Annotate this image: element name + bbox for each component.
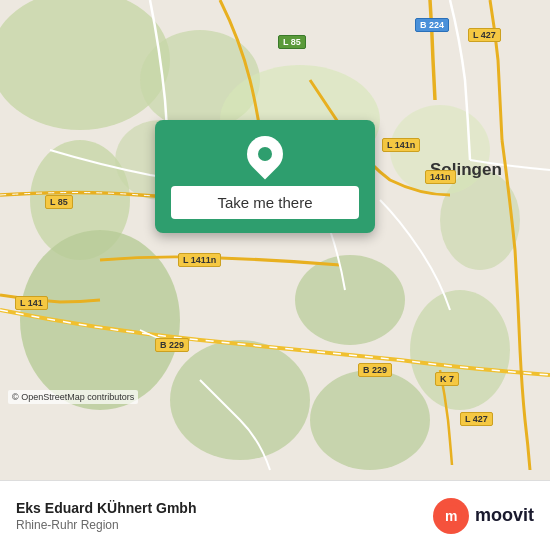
map-container: Solingen B 224 L 85 L 427 L 141n 141n L …: [0, 0, 550, 480]
popup-card: Take me there: [155, 120, 375, 233]
take-me-there-button[interactable]: Take me there: [171, 186, 359, 219]
road-label-l1411n: L 1411n: [178, 253, 221, 267]
bottom-bar: Eks Eduard KÜhnert Gmbh Rhine-Ruhr Regio…: [0, 480, 550, 550]
svg-point-6: [310, 370, 430, 470]
svg-point-7: [410, 290, 510, 410]
road-label-l141: L 141: [15, 296, 48, 310]
location-pin-icon: [240, 129, 291, 180]
location-title: Eks Eduard KÜhnert Gmbh: [16, 500, 196, 516]
road-label-141n-2: 141n: [425, 170, 456, 184]
svg-text:m: m: [445, 508, 457, 524]
bottom-text: Eks Eduard KÜhnert Gmbh Rhine-Ruhr Regio…: [16, 500, 196, 532]
svg-point-9: [295, 255, 405, 345]
road-label-b229-1: B 229: [155, 338, 189, 352]
road-label-b229-2: B 229: [358, 363, 392, 377]
location-subtitle: Rhine-Ruhr Region: [16, 518, 196, 532]
svg-point-5: [170, 340, 310, 460]
road-label-l85-left: L 85: [45, 195, 73, 209]
road-label-l427-bottom: L 427: [460, 412, 493, 426]
road-label-k7: K 7: [435, 372, 459, 386]
moovit-logo: m moovit: [433, 498, 534, 534]
map-svg: Solingen: [0, 0, 550, 480]
osm-copyright: © OpenStreetMap contributors: [8, 390, 138, 404]
road-label-l427-top: L 427: [468, 28, 501, 42]
moovit-icon: m: [433, 498, 469, 534]
road-label-l141n-1: L 141n: [382, 138, 420, 152]
road-label-l85-top: L 85: [278, 35, 306, 49]
moovit-text: moovit: [475, 505, 534, 526]
road-label-b224: B 224: [415, 18, 449, 32]
